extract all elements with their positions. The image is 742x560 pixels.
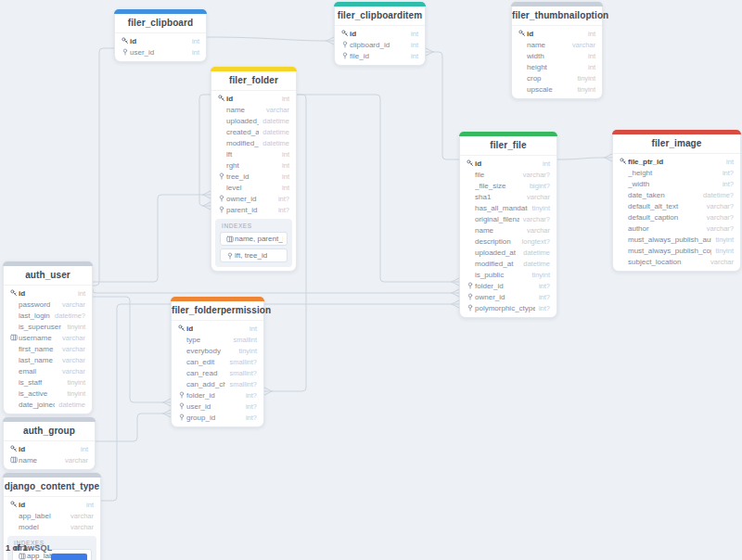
field-row-filer_file-id: idint	[460, 158, 556, 169]
primary-key-icon	[8, 445, 19, 452]
field-name: default_caption	[628, 213, 703, 222]
table-card-filer_image[interactable]: filer_imagefile_ptr_idint_heightint?_wid…	[612, 130, 741, 272]
field-type: tinyint	[238, 347, 257, 355]
field-type: int	[192, 48, 199, 57]
field-row-django_content_type-id: idint	[4, 499, 100, 510]
field-name: date_taken	[628, 191, 699, 199]
table-title-auth_group: auth_group	[4, 422, 95, 441]
field-row-auth_user-date_joined: date_joineddatetime	[4, 399, 92, 410]
field-row-filer_thumbnailoption-id: idint	[512, 28, 602, 39]
field-name: file_id	[350, 52, 407, 60]
field-name: first_name	[19, 345, 58, 353]
table-card-filer_folderpermission[interactable]: filer_folderpermissionidinttypesmallinte…	[171, 297, 264, 427]
field-row-filer_file-polymorphic_ctype_id: polymorphic_ctype_idint?	[460, 302, 556, 313]
field-type: smallint	[234, 336, 257, 344]
table-card-filer_file[interactable]: filer_fileidintfilevarchar?_file_sizebig…	[459, 132, 557, 318]
field-type: varchar?	[707, 213, 734, 222]
field-type: varchar	[62, 334, 85, 342]
field-type: smallint?	[229, 380, 257, 388]
table-card-auth_group[interactable]: auth_groupidintnamevarchar	[3, 417, 96, 470]
field-name: polymorphic_ctype_id	[475, 304, 535, 312]
field-type: int?	[278, 195, 289, 203]
diagram-canvas[interactable]: filer_clipboardidintuser_idintfiler_clip…	[0, 0, 742, 560]
field-type: varchar?	[523, 171, 550, 179]
field-type: int?	[723, 169, 734, 177]
field-list: file_ptr_idint_heightint?_widthint?date_…	[613, 154, 740, 267]
connection-filer_file.polymorphic_ctype_id-to-django_content_type.id	[101, 300, 459, 501]
field-row-auth_group-name: namevarchar	[4, 454, 95, 465]
field-type: int	[86, 501, 94, 509]
index-label: name, parent_id	[235, 235, 283, 243]
field-row-filer_image-file_ptr_id: file_ptr_idint	[613, 156, 740, 167]
field-name: id	[527, 30, 584, 38]
field-type: longtext?	[522, 237, 550, 246]
field-list: idintnamevarcharwidthintheightintcroptin…	[512, 26, 602, 95]
field-name: everybody	[186, 347, 235, 355]
field-type: int?	[246, 402, 257, 411]
field-row-filer_image-default_alt_text: default_alt_textvarchar?	[613, 200, 740, 211]
field-row-filer_folderpermission-folder_id: folder_idint?	[172, 389, 263, 401]
primary-key-icon	[339, 30, 350, 37]
field-name: _file_size	[475, 182, 526, 190]
field-list: idintnamevarcharuploaded_atdatetimecreat…	[211, 91, 296, 215]
table-card-filer_folder[interactable]: filer_folderidintnamevarcharuploaded_atd…	[211, 67, 297, 272]
field-name: id	[186, 325, 246, 333]
table-card-filer_clipboard[interactable]: filer_clipboardidintuser_idint	[114, 9, 207, 62]
primary-key-icon	[216, 95, 226, 102]
foreign-key-icon	[120, 48, 130, 56]
field-name: id	[19, 445, 77, 453]
field-name: has_all_mandatory_data	[475, 204, 528, 212]
drawsql-brand-label[interactable]: drawSQL	[15, 543, 53, 553]
table-card-filer_thumbnailoption[interactable]: filer_thumbnailoptionidintnamevarcharwid…	[511, 2, 603, 99]
field-type: datetime	[58, 401, 85, 409]
foreign-key-icon	[176, 391, 186, 399]
field-name: can_add_children	[186, 380, 225, 388]
table-card-filer_clipboarditem[interactable]: filer_clipboarditemidintclipboard_idintf…	[334, 2, 426, 66]
field-type: tinyint	[531, 204, 550, 212]
field-type: datetime	[262, 139, 289, 147]
field-type: varchar	[710, 258, 734, 266]
index-label: lft, tree_id	[235, 251, 267, 260]
primary-key-icon	[120, 37, 130, 45]
field-row-django_content_type-app_label: app_labelvarchar	[4, 510, 100, 521]
unique-index-icon	[224, 235, 235, 243]
table-title-filer_folder: filer_folder	[211, 71, 296, 91]
field-name: tree_id	[226, 172, 278, 181]
field-row-auth_group-id: idint	[4, 443, 95, 454]
field-name: uploaded_at	[475, 248, 519, 257]
field-row-filer_folderpermission-everybody: everybodytinyint	[172, 345, 263, 356]
field-name: group_id	[186, 414, 242, 422]
field-type: int	[282, 184, 289, 192]
field-name: default_alt_text	[628, 202, 703, 210]
field-row-filer_folderpermission-id: idint	[172, 323, 263, 334]
field-type: datetime	[523, 260, 550, 268]
field-row-filer_folder-parent_id: parent_idint?	[211, 204, 296, 215]
field-name: username	[19, 334, 58, 342]
field-name: must_always_publish_copyright	[628, 247, 711, 255]
field-name: id	[226, 95, 278, 103]
field-type: int	[81, 445, 88, 453]
field-row-filer_image-subject_location: subject_locationvarchar	[613, 256, 740, 267]
connection-auth_user.id-to-filer_clipboard.user_id	[93, 45, 122, 286]
field-type: tinyint	[67, 323, 85, 331]
field-type: varchar	[572, 41, 595, 49]
field-row-filer_folder-name: namevarchar	[211, 104, 296, 115]
connection-filer_folderpermission.user_id-to-auth_user.id	[93, 297, 171, 406]
index-row-filer_folder: name, parent_id	[220, 232, 288, 246]
field-row-filer_folder-modified_at: modified_atdatetime	[211, 137, 296, 148]
connection-filer_folder.owner_id-to-auth_user.id	[93, 191, 211, 282]
field-type: bigint?	[530, 182, 550, 190]
field-type: tinyint	[715, 247, 734, 255]
field-row-filer_folder-id: idint	[211, 93, 296, 104]
field-name: height	[527, 63, 584, 71]
table-card-auth_user[interactable]: auth_useridintpasswordvarcharlast_logind…	[3, 261, 93, 414]
field-row-auth_user-username: usernamevarchar	[4, 332, 92, 343]
field-name: id	[350, 30, 407, 38]
index-row-filer_folder: lft, tree_id	[220, 248, 288, 262]
field-name: lft	[226, 150, 278, 159]
drawsql-logo-strip[interactable]	[51, 554, 87, 560]
table-title-django_content_type: django_content_type	[4, 477, 100, 497]
field-row-filer_image-default_caption: default_captionvarchar?	[613, 211, 740, 223]
foreign-key-icon	[176, 414, 186, 421]
field-type: datetime	[262, 117, 289, 125]
